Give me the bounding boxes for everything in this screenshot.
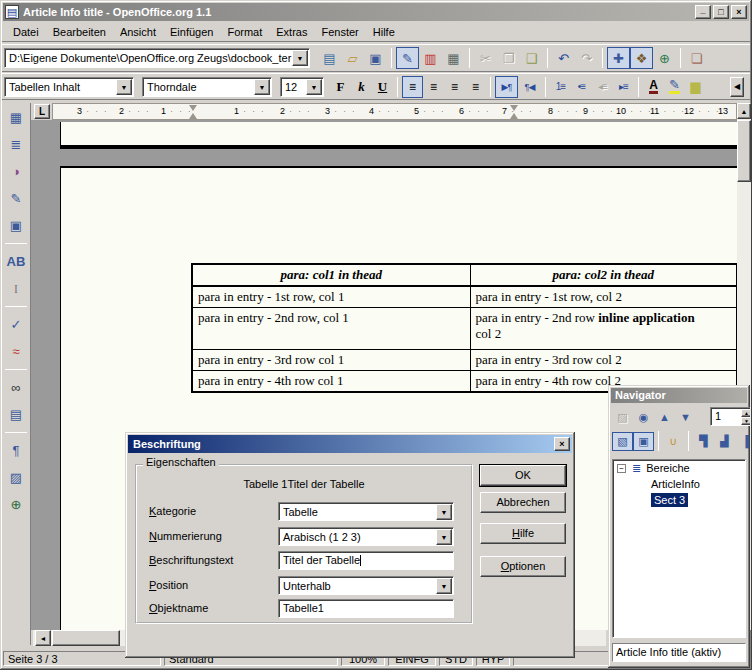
tree-item-articleinfo[interactable]: ArticleInfo bbox=[613, 476, 745, 492]
url-dropdown-icon[interactable]: ▼ bbox=[292, 50, 308, 66]
spellcheck-icon[interactable]: ✓ bbox=[4, 313, 28, 336]
horizontal-scrollbar-thumb[interactable] bbox=[52, 630, 120, 646]
stylist-toggle-icon[interactable]: ❖ bbox=[630, 47, 653, 69]
font-color-icon[interactable]: A bbox=[643, 76, 664, 98]
paragraph-background-icon[interactable]: ▆ bbox=[685, 76, 706, 98]
object-name-input[interactable]: Tabelle1 bbox=[278, 599, 454, 618]
open-file-icon[interactable]: ▱ bbox=[341, 47, 364, 69]
options-button[interactable]: Optionen bbox=[480, 556, 566, 577]
find-replace-icon[interactable]: ∞ bbox=[4, 376, 28, 399]
insert-section-icon[interactable]: ≣ bbox=[4, 133, 28, 156]
copy-icon[interactable]: ❐ bbox=[497, 47, 520, 69]
align-left-icon[interactable]: ≡ bbox=[402, 76, 423, 98]
online-layout-icon[interactable]: ⊕ bbox=[4, 493, 28, 516]
font-size-value[interactable]: 12 bbox=[281, 81, 306, 93]
table-cell[interactable]: para in entry - 2nd row, col 1 bbox=[192, 308, 470, 350]
menu-item[interactable]: Extras bbox=[269, 24, 314, 40]
align-right-icon[interactable]: ≡ bbox=[444, 76, 465, 98]
ok-button[interactable]: OK bbox=[480, 465, 566, 486]
position-combobox[interactable]: Unterhalb ▼ bbox=[278, 576, 454, 595]
table-cell[interactable]: para in entry - 3rd row col 2 bbox=[470, 350, 737, 371]
bullets-icon[interactable]: •≡ bbox=[571, 76, 592, 98]
increase-indent-icon[interactable]: ▸≡ bbox=[613, 76, 634, 98]
cancel-button[interactable]: Abbrechen bbox=[480, 492, 566, 513]
menu-item[interactable]: Fenster bbox=[314, 24, 365, 40]
menu-item[interactable]: Bearbeiten bbox=[46, 24, 113, 40]
edit-file-icon[interactable]: ✎ bbox=[396, 47, 419, 69]
category-value[interactable]: Tabelle bbox=[279, 506, 436, 518]
undo-icon[interactable]: ↶ bbox=[552, 47, 575, 69]
font-name-combobox[interactable]: Thorndale ▼ bbox=[142, 77, 272, 97]
table-cell[interactable]: para in entry - 3rd row col 1 bbox=[192, 350, 470, 371]
cut-icon[interactable]: ✂ bbox=[474, 47, 497, 69]
category-dropdown-icon[interactable]: ▼ bbox=[436, 504, 452, 520]
spin-down-icon[interactable]: ▼ bbox=[741, 417, 750, 425]
print-icon[interactable]: ▦ bbox=[442, 47, 465, 69]
table-cell[interactable]: para: col2 in thead bbox=[470, 264, 737, 286]
dialog-close-icon[interactable]: × bbox=[554, 437, 570, 451]
style-dropdown-icon[interactable]: ▼ bbox=[116, 79, 132, 95]
numbering-icon[interactable]: 1≡ bbox=[550, 76, 571, 98]
italic-icon[interactable]: k bbox=[351, 76, 372, 98]
collapse-icon[interactable]: − bbox=[617, 464, 626, 473]
menu-item[interactable]: Hilfe bbox=[366, 24, 402, 40]
drag-mode-icon[interactable]: ▧ bbox=[612, 432, 633, 451]
tree-item-label[interactable]: Bereiche bbox=[646, 462, 689, 474]
right-to-left-icon[interactable]: ¶◀ bbox=[518, 76, 541, 98]
maximize-button[interactable]: □ bbox=[713, 5, 729, 19]
table-cell[interactable]: para: col1 in thead bbox=[192, 264, 470, 286]
navigator-toggle-icon[interactable]: ✚ bbox=[607, 47, 630, 69]
previous-page-icon[interactable]: ▲ bbox=[654, 408, 675, 427]
auto-spellcheck-icon[interactable]: ≈ bbox=[4, 340, 28, 363]
anchor-text-icon[interactable]: ▐ bbox=[735, 432, 750, 451]
menu-item[interactable]: Ansicht bbox=[113, 24, 163, 40]
highlighting-icon[interactable]: ✎ bbox=[664, 76, 685, 98]
help-button[interactable]: Hilfe bbox=[480, 523, 566, 544]
font-dropdown-icon[interactable]: ▼ bbox=[254, 79, 270, 95]
paragraph-style-value[interactable]: Tabellen Inhalt bbox=[5, 81, 116, 93]
numbering-value[interactable]: Arabisch (1 2 3) bbox=[279, 531, 436, 543]
direct-cursor-icon[interactable]: I bbox=[4, 277, 28, 300]
save-document-icon[interactable]: ▣ bbox=[364, 47, 387, 69]
table-cell[interactable]: para in entry - 2nd row inline applicati… bbox=[470, 308, 737, 350]
left-to-right-icon[interactable]: ▶¶ bbox=[495, 76, 518, 98]
table-cell[interactable]: para in entry - 1st row, col 1 bbox=[192, 286, 470, 308]
document-table[interactable]: para: col1 in thead para: col2 in thead … bbox=[191, 263, 737, 393]
spin-up-icon[interactable]: ▲ bbox=[741, 409, 750, 417]
decrease-indent-icon[interactable]: ◂≡ bbox=[592, 76, 613, 98]
new-document-icon[interactable]: ▤ bbox=[318, 47, 341, 69]
load-url-value[interactable]: D:\Eigene Dokumente\OpenOffice.org Zeugs… bbox=[5, 52, 292, 64]
bold-icon[interactable]: F bbox=[330, 76, 351, 98]
navigator-title-bar[interactable]: Navigator bbox=[611, 388, 747, 403]
graphics-toggle-icon[interactable]: ▨ bbox=[4, 466, 28, 489]
tree-item-label-selected[interactable]: Sect 3 bbox=[651, 493, 688, 507]
next-page-icon[interactable]: ▼ bbox=[675, 408, 696, 427]
font-name-value[interactable]: Thorndale bbox=[143, 81, 254, 93]
vertical-scrollbar-thumb[interactable] bbox=[737, 120, 751, 182]
minimize-button[interactable]: _ bbox=[695, 5, 711, 19]
right-margin-marker[interactable] bbox=[510, 105, 519, 119]
scroll-left-icon[interactable]: ◄ bbox=[35, 630, 51, 646]
export-pdf-icon[interactable]: ▥ bbox=[419, 47, 442, 69]
nonprinting-characters-icon[interactable]: ¶ bbox=[4, 439, 28, 462]
paragraph-style-combobox[interactable]: Tabellen Inhalt ▼ bbox=[4, 77, 134, 97]
left-margin-marker[interactable] bbox=[189, 105, 198, 119]
numbering-dropdown-icon[interactable]: ▼ bbox=[436, 529, 452, 545]
content-view-icon[interactable]: ▣ bbox=[633, 432, 654, 451]
table-cell[interactable]: para in entry - 1st row, col 2 bbox=[470, 286, 737, 308]
previous-page-bottom[interactable] bbox=[60, 122, 737, 149]
size-dropdown-icon[interactable]: ▼ bbox=[306, 79, 322, 95]
menu-item[interactable]: Format bbox=[220, 24, 269, 40]
draw-functions-icon[interactable]: ✎ bbox=[4, 187, 28, 210]
caption-text-input[interactable]: Titel der Tabelle bbox=[278, 551, 454, 570]
page-number-spinner[interactable]: 1 ▲▼ bbox=[710, 407, 750, 426]
gallery-icon[interactable]: ❏ bbox=[685, 47, 708, 69]
font-size-combobox[interactable]: 12 ▼ bbox=[280, 77, 324, 97]
numbering-combobox[interactable]: Arabisch (1 2 3) ▼ bbox=[278, 527, 454, 546]
footer-icon[interactable]: ▟ bbox=[714, 432, 735, 451]
navigation-icon[interactable]: ◉ bbox=[633, 408, 654, 427]
tree-item-sect3[interactable]: Sect 3 bbox=[613, 492, 745, 508]
autotext-icon[interactable]: AB bbox=[4, 250, 28, 273]
set-reminder-icon[interactable]: ∪ bbox=[663, 432, 684, 451]
load-url-combobox[interactable]: D:\Eigene Dokumente\OpenOffice.org Zeugs… bbox=[4, 48, 310, 68]
